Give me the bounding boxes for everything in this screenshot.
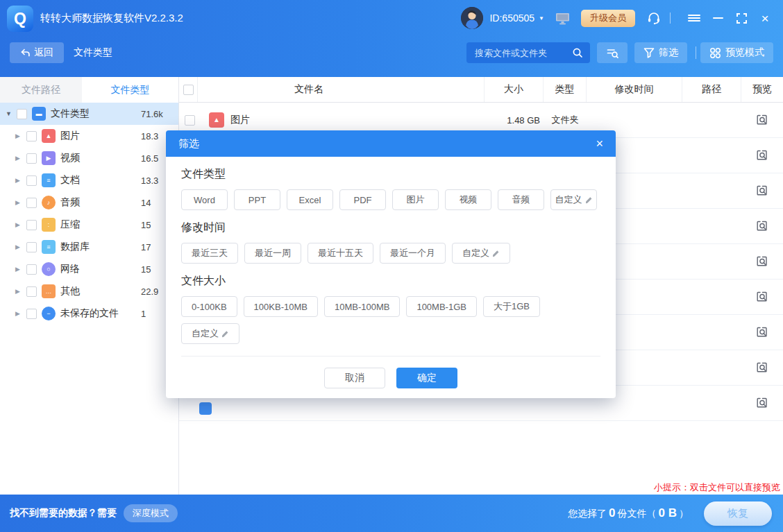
preview-button[interactable] — [741, 255, 783, 268]
support-headset-icon[interactable] — [646, 10, 662, 26]
tree-checkbox[interactable] — [26, 286, 37, 297]
filter-option-button[interactable]: 大于1GB — [483, 296, 540, 317]
preview-magnifier-icon — [756, 255, 768, 268]
deep-mode-button[interactable]: 深度模式 — [124, 504, 178, 522]
avatar[interactable] — [461, 7, 483, 29]
filter-label: 筛选 — [659, 46, 678, 59]
filter-option-button[interactable]: 最近一周 — [244, 243, 301, 264]
tree-expand-icon[interactable]: ▶ — [15, 221, 24, 228]
filter-option-button[interactable]: 音频 — [498, 189, 544, 210]
confirm-button[interactable]: 确定 — [396, 368, 457, 388]
tree-expand-icon[interactable]: ▶ — [15, 132, 24, 139]
tree-checkbox[interactable] — [26, 131, 37, 141]
selection-summary: 您选择了0份文件（0 B） — [568, 506, 689, 520]
device-monitor-icon[interactable] — [555, 12, 570, 25]
preview-magnifier-icon — [756, 149, 768, 162]
preview-button[interactable] — [741, 291, 783, 303]
filter-option-button[interactable]: 最近三天 — [181, 243, 238, 264]
search-input[interactable] — [473, 47, 572, 59]
filter-option-button[interactable]: Word — [181, 189, 228, 210]
select-all-checkbox[interactable] — [183, 85, 194, 95]
tree-checkbox[interactable] — [26, 220, 37, 230]
tree-checkbox[interactable] — [26, 198, 37, 208]
back-button[interactable]: 返回 — [10, 42, 64, 63]
tree-expand-icon[interactable]: ▶ — [15, 199, 24, 206]
dialog-section-title: 文件类型 — [181, 167, 600, 182]
doc-icon: ≡ — [42, 173, 56, 187]
preview-button[interactable] — [741, 114, 783, 126]
preview-button[interactable] — [741, 149, 783, 162]
row-checkbox[interactable] — [185, 115, 195, 126]
maximize-button[interactable] — [733, 10, 750, 26]
filter-custom-button[interactable]: 自定义 — [550, 189, 597, 210]
preview-button[interactable] — [741, 397, 783, 409]
preview-button[interactable] — [741, 361, 783, 374]
tree-expand-icon[interactable]: ▶ — [15, 266, 24, 273]
unsaved-icon: − — [42, 307, 56, 320]
tree-item-label: 文件类型 — [51, 108, 90, 120]
column-header-size: 大小 — [485, 77, 544, 102]
tree-checkbox[interactable] — [17, 109, 27, 119]
dialog-body: 文件类型WordPPTExcelPDF图片视频音频自定义修改时间最近三天最近一周… — [166, 167, 616, 398]
tree-item[interactable]: ▶♪音频14 — [0, 191, 178, 214]
tree-item[interactable]: ▶▶视频16.5 — [0, 147, 178, 169]
chevron-down-icon[interactable]: ▼ — [539, 15, 544, 22]
tree-item[interactable]: ▶:压缩15 — [0, 214, 178, 236]
search-icon — [572, 47, 583, 58]
filter-custom-button[interactable]: 自定义 — [181, 323, 239, 344]
tree-expand-icon[interactable]: ▶ — [15, 177, 24, 184]
filter-option-button[interactable]: 视频 — [445, 189, 491, 210]
filter-option-button[interactable]: PPT — [234, 189, 280, 210]
filter-custom-button[interactable]: 自定义 — [452, 243, 510, 264]
tab-file-type[interactable]: 文件类型 — [82, 77, 178, 103]
filter-option-button[interactable]: Excel — [287, 189, 333, 210]
partially-hidden-file-icon — [199, 402, 212, 415]
preview-button[interactable] — [741, 220, 783, 232]
tree-expand-icon[interactable]: ▶ — [15, 288, 24, 295]
tree-checkbox[interactable] — [26, 309, 37, 319]
filter-option-button[interactable]: 最近一个月 — [380, 243, 446, 264]
recover-button[interactable]: 恢复 — [704, 501, 772, 526]
tree-checkbox[interactable] — [26, 264, 37, 275]
tree-expand-icon[interactable]: ▶ — [15, 310, 24, 317]
minimize-button[interactable] — [709, 10, 726, 26]
filter-option-button[interactable]: 最近十五天 — [308, 243, 373, 264]
tree-item[interactable]: ▶○网络15 — [0, 258, 178, 280]
tree-item[interactable]: ▶−未保存的文件1 — [0, 302, 178, 325]
tree-expand-icon[interactable]: ▶ — [15, 243, 24, 250]
tree-item-label: 视频 — [60, 152, 80, 164]
preview-mode-button[interactable]: 预览模式 — [700, 42, 773, 63]
filter-option-button[interactable]: 10MB-100MB — [324, 296, 400, 317]
close-button[interactable]: × — [757, 10, 773, 26]
tree-checkbox[interactable] — [26, 175, 37, 186]
search-box[interactable] — [466, 42, 590, 63]
filter-option-button[interactable]: 图片 — [392, 189, 439, 210]
user-id[interactable]: ID:650505 — [489, 12, 534, 24]
filter-option-button[interactable]: 100KB-10MB — [244, 296, 318, 317]
dialog-close-icon[interactable]: × — [596, 137, 603, 150]
cancel-button[interactable]: 取消 — [324, 368, 385, 388]
filter-option-button[interactable]: 0-100KB — [181, 296, 237, 317]
preview-button[interactable] — [741, 326, 783, 338]
tree-item-label: 网络 — [60, 263, 80, 275]
preview-button[interactable] — [741, 185, 783, 197]
menu-icon[interactable] — [686, 10, 702, 26]
tree-expand-icon[interactable]: ▼ — [6, 110, 14, 117]
file-name: 图片 — [230, 114, 250, 126]
tree-checkbox[interactable] — [26, 242, 37, 252]
tree-item[interactable]: ▶≡文档13.3 — [0, 169, 178, 191]
tree-item[interactable]: ▶≡数据库17 — [0, 236, 178, 258]
column-header-modified: 修改时间 — [587, 77, 682, 102]
upgrade-vip-button[interactable]: 升级会员 — [581, 10, 635, 27]
filter-button[interactable]: 筛选 — [634, 42, 687, 63]
tree-expand-icon[interactable]: ▶ — [15, 155, 24, 162]
filter-option-button[interactable]: PDF — [339, 189, 386, 210]
tab-file-path[interactable]: 文件路径 — [0, 77, 82, 103]
tree-item[interactable]: ▶…其他22.9 — [0, 280, 178, 302]
toolbar: 返回 文件类型 筛选 — [0, 39, 783, 67]
tree-checkbox[interactable] — [26, 153, 37, 164]
filter-option-button[interactable]: 100MB-1GB — [406, 296, 477, 317]
tree-item[interactable]: ▼▬文件类型71.6k — [0, 103, 178, 125]
tree-item[interactable]: ▶▲图片18.3 — [0, 125, 178, 147]
search-list-button[interactable] — [597, 42, 628, 63]
